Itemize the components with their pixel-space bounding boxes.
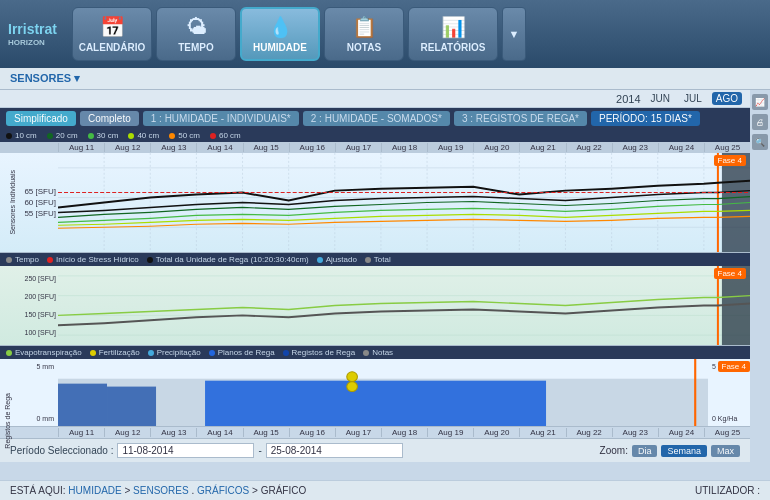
- legend-total: Total: [365, 255, 391, 264]
- breadcrumb-graficos[interactable]: GRÁFICOS: [197, 485, 249, 496]
- date-aug23: Aug 23: [612, 143, 658, 152]
- legend-30cm: 30 cm: [88, 131, 119, 140]
- status-bar: ESTÁ AQUI: HUMIDADE > SENSORES . GRÁFICO…: [0, 480, 770, 500]
- side-btn-print[interactable]: 🖨: [752, 114, 768, 130]
- subheader: SENSORES ▾: [0, 68, 770, 90]
- nav-btn-humidade[interactable]: 💧 HUMIDADE: [240, 7, 320, 61]
- tabs-row: Simplificado Completo 1 : HUMIDADE - IND…: [0, 108, 750, 129]
- legend-planos: Planos de Rega: [209, 348, 275, 357]
- footer-aug19: Aug 19: [427, 428, 473, 437]
- tab-completo[interactable]: Completo: [80, 111, 139, 126]
- dot-40cm: [128, 133, 134, 139]
- utilizador-label: UTILIZADOR :: [695, 485, 760, 496]
- zoom-dia[interactable]: Dia: [632, 445, 658, 457]
- period-label: Período Seleccionado :: [10, 445, 113, 456]
- tab-registos-rega[interactable]: 3 : REGISTOS DE REGA*: [454, 111, 587, 126]
- sensor-legend: 10 cm 20 cm 30 cm 40 cm 50 cm: [0, 129, 750, 142]
- footer-aug12: Aug 12: [104, 428, 150, 437]
- date-aug18: Aug 18: [381, 143, 427, 152]
- legend-evapo: Evapotranspiração: [6, 348, 82, 357]
- svg-rect-29: [205, 381, 546, 426]
- nav-btn-tempo[interactable]: 🌤 TEMPO: [156, 7, 236, 61]
- y-right-0kg: 0 Kg/Ha: [712, 415, 748, 422]
- y-label-200: 200 [SFU]: [24, 293, 56, 300]
- legend-stress: Início de Stress Hídrico: [47, 255, 139, 264]
- sensores-dropdown[interactable]: SENSORES ▾: [10, 72, 80, 85]
- date-aug16: Aug 16: [289, 143, 335, 152]
- footer-aug25: Aug 25: [704, 428, 750, 437]
- footer-aug18: Aug 18: [381, 428, 427, 437]
- label-evapo: Evapotranspiração: [15, 348, 82, 357]
- tab-simplificado[interactable]: Simplificado: [6, 111, 76, 126]
- legend-tempo: Tempo: [6, 255, 39, 264]
- date-aug21: Aug 21: [519, 143, 565, 152]
- date-aug17: Aug 17: [335, 143, 381, 152]
- tab-humidade-individuais[interactable]: 1 : HUMIDADE - INDIVIDUAIS*: [143, 111, 299, 126]
- label-10cm: 10 cm: [15, 131, 37, 140]
- dot-30cm: [88, 133, 94, 139]
- dot-50cm: [169, 133, 175, 139]
- footer-aug21: Aug 21: [519, 428, 565, 437]
- chart-registos-rega: 5 mm 0 mm 5 Kg/Ha 0 Kg/Ha: [0, 359, 750, 427]
- nav-btn-calendario[interactable]: 📅 CALENDÁRIO: [72, 7, 152, 61]
- nav-btn-notas[interactable]: 📋 NOTAS: [324, 7, 404, 61]
- label-notas: Notas: [372, 348, 393, 357]
- date-aug12: Aug 12: [104, 143, 150, 152]
- period-to[interactable]: [266, 443, 403, 458]
- label-ajustado: Ajustado: [326, 255, 357, 264]
- year-label: 2014: [616, 93, 640, 105]
- breadcrumb-sensores[interactable]: SENSORES: [133, 485, 189, 496]
- date-aug25: Aug 25: [704, 143, 750, 152]
- zoom-controls: Zoom: Dia Semana Max: [600, 445, 740, 457]
- dot-notas: [363, 350, 369, 356]
- label-60cm: 60 cm: [219, 131, 241, 140]
- dot-ajustado: [317, 257, 323, 263]
- date-aug22: Aug 22: [566, 143, 612, 152]
- nav-arrow-down[interactable]: ▼: [502, 7, 526, 61]
- legend-precipitacao: Precipitação: [148, 348, 201, 357]
- tab-humidade-somados[interactable]: 2 : HUMIDADE - SOMADOS*: [303, 111, 450, 126]
- zoom-max[interactable]: Max: [711, 445, 740, 457]
- logo-sub: HORIZON: [8, 38, 68, 48]
- zoom-semana[interactable]: Semana: [661, 445, 707, 457]
- date-aug20: Aug 20: [473, 143, 519, 152]
- dot-evapo: [6, 350, 12, 356]
- y-label-55: 55 [SFU]: [24, 209, 56, 218]
- breadcrumb-humidade[interactable]: HUMIDADE: [68, 485, 121, 496]
- nav-btn-relatorios[interactable]: 📊 RELATÓRIOS: [408, 7, 498, 61]
- footer-aug15: Aug 15: [243, 428, 289, 437]
- date-aug24: Aug 24: [658, 143, 704, 152]
- side-btn-chart[interactable]: 📈: [752, 94, 768, 110]
- logo: Irristrat HORIZON: [8, 21, 68, 47]
- footer-aug22: Aug 22: [566, 428, 612, 437]
- legend-60cm: 60 cm: [210, 131, 241, 140]
- label-stress: Início de Stress Hídrico: [56, 255, 139, 264]
- label-total: Total: [374, 255, 391, 264]
- chart1-legend: Tempo Início de Stress Hídrico Total da …: [0, 253, 750, 266]
- main-content: 2014 JUN JUL AGO Simplificado Completo 1…: [0, 90, 750, 480]
- nav-label-humidade: HUMIDADE: [253, 42, 307, 53]
- y-label-60: 60 [SFU]: [24, 198, 56, 207]
- tab-periodo[interactable]: PERÍODO: 15 DIAS*: [591, 111, 700, 126]
- label-tempo: Tempo: [15, 255, 39, 264]
- month-ago[interactable]: AGO: [712, 92, 742, 105]
- label-30cm: 30 cm: [97, 131, 119, 140]
- notes-icon: 📋: [352, 15, 377, 39]
- footer-aug14: Aug 14: [196, 428, 242, 437]
- chart-sensores-individuais: 65 [SFU] 60 [SFU] 55 [SFU]: [0, 153, 750, 253]
- label-planos: Planos de Rega: [218, 348, 275, 357]
- chart2-phase-label: Fase 4: [714, 268, 746, 279]
- chart1-section-label: Sensores Individuais: [2, 153, 22, 252]
- chart-valores-somados: 250 [SFU] 200 [SFU] 150 [SFU] 100 [SFU]: [0, 266, 750, 346]
- period-selector: Período Seleccionado : -: [10, 443, 403, 458]
- period-from[interactable]: [117, 443, 254, 458]
- dot-planos: [209, 350, 215, 356]
- side-btn-zoom[interactable]: 🔍: [752, 134, 768, 150]
- month-jun[interactable]: JUN: [647, 92, 674, 105]
- date-footer: Aug 11 Aug 12 Aug 13 Aug 14 Aug 15 Aug 1…: [0, 427, 750, 438]
- label-total-unidade: Total da Unidade de Rega (10:20:30:40cm): [156, 255, 309, 264]
- month-jul[interactable]: JUL: [680, 92, 706, 105]
- chart3-plot: [58, 359, 708, 426]
- esta-aqui-label: ESTÁ AQUI:: [10, 485, 66, 496]
- date-aug19: Aug 19: [427, 143, 473, 152]
